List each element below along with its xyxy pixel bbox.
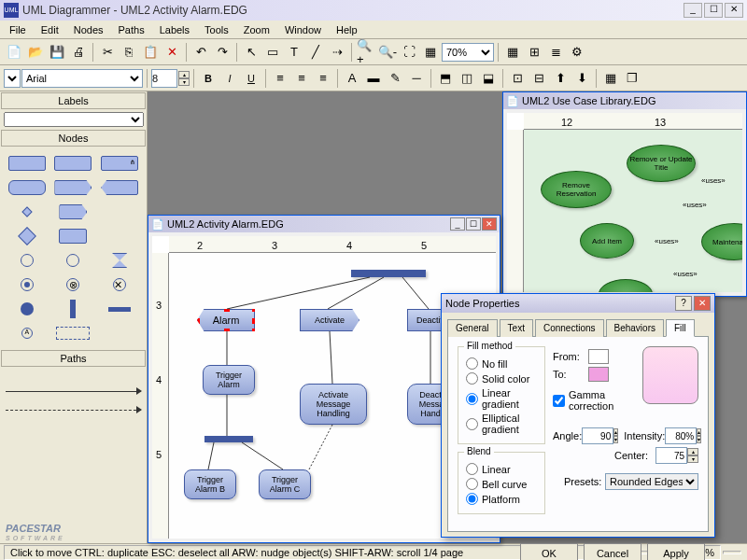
- close-button[interactable]: ✕: [725, 3, 743, 18]
- minimize-button[interactable]: _: [684, 3, 702, 18]
- tab-text[interactable]: Text: [500, 319, 533, 337]
- tile-button[interactable]: ▦: [600, 68, 621, 89]
- node-trigger-c[interactable]: Trigger Alarm C: [259, 469, 311, 499]
- radio-solid[interactable]: [466, 372, 478, 385]
- from-color-swatch[interactable]: [588, 349, 609, 364]
- shape-target[interactable]: ⊗: [52, 274, 95, 295]
- tab-connections[interactable]: Connections: [535, 319, 604, 337]
- doc-close-button[interactable]: ✕: [482, 217, 497, 231]
- menu-edit[interactable]: Edit: [34, 22, 66, 37]
- cut-button[interactable]: ✂: [97, 42, 118, 63]
- radio-linear[interactable]: [466, 393, 478, 405]
- shape-circle2[interactable]: [52, 250, 95, 271]
- shape-flag[interactable]: [52, 202, 95, 222]
- cancel-button[interactable]: Cancel: [584, 543, 641, 560]
- italic-button[interactable]: I: [219, 68, 240, 89]
- nodes-header[interactable]: Nodes: [1, 130, 146, 147]
- line-color-button[interactable]: ✎: [385, 68, 405, 89]
- node-trigger-b[interactable]: Trigger Alarm B: [184, 469, 236, 499]
- intensity-up[interactable]: ▴: [697, 428, 701, 436]
- tab-general[interactable]: General: [447, 319, 498, 337]
- node-activate[interactable]: Activate: [300, 309, 359, 331]
- valign-top-button[interactable]: ⬒: [435, 68, 456, 89]
- shape-rect[interactable]: [6, 153, 49, 174]
- radio-bell[interactable]: [466, 478, 478, 490]
- usecase-maintenance[interactable]: Maintenance: [701, 223, 742, 260]
- apply-button[interactable]: Apply: [647, 543, 705, 560]
- shape-signal[interactable]: [52, 177, 95, 198]
- ok-button[interactable]: OK: [520, 543, 578, 560]
- zoom-in-button[interactable]: 🔍+: [356, 42, 376, 63]
- fill-color-button[interactable]: ▬: [363, 68, 384, 89]
- gamma-checkbox[interactable]: [553, 395, 565, 407]
- font-select[interactable]: Arial: [21, 69, 143, 88]
- back-button[interactable]: ⬇: [571, 68, 592, 89]
- menu-help[interactable]: Help: [329, 22, 365, 37]
- node-handle[interactable]: Activate Message Handling: [300, 384, 367, 425]
- menu-paths[interactable]: Paths: [111, 22, 152, 37]
- zoom-select[interactable]: 70%: [442, 43, 494, 62]
- menu-file[interactable]: File: [2, 22, 34, 37]
- text-tool[interactable]: T: [284, 42, 304, 63]
- new-button[interactable]: 📄: [4, 42, 24, 63]
- zoom-out-button[interactable]: 🔍-: [377, 42, 398, 63]
- shape-actor[interactable]: A: [6, 323, 49, 343]
- shape-initial[interactable]: [6, 299, 49, 319]
- snap-button[interactable]: ⊞: [524, 42, 544, 63]
- undo-button[interactable]: ↶: [190, 42, 211, 63]
- pointer-tool[interactable]: ↖: [241, 42, 261, 63]
- menu-nodes[interactable]: Nodes: [66, 22, 111, 37]
- labels-header[interactable]: Labels: [1, 92, 146, 109]
- redo-button[interactable]: ↷: [212, 42, 233, 63]
- menu-window[interactable]: Window: [277, 22, 329, 37]
- shape-diamond[interactable]: [6, 226, 49, 246]
- radio-no-fill[interactable]: [466, 357, 478, 370]
- path-dashed[interactable]: [6, 398, 141, 411]
- align-left-button[interactable]: ≡: [270, 68, 290, 89]
- underline-button[interactable]: U: [241, 68, 261, 89]
- font-size-input[interactable]: [151, 69, 177, 88]
- grid-button[interactable]: ▦: [502, 42, 523, 63]
- cascade-button[interactable]: ❐: [622, 68, 642, 89]
- save-button[interactable]: 💾: [47, 42, 67, 63]
- dialog-help-button[interactable]: ?: [675, 296, 692, 311]
- node-alarm[interactable]: Alarm: [197, 309, 255, 331]
- center-input[interactable]: [655, 447, 687, 464]
- valign-middle-button[interactable]: ◫: [457, 68, 477, 89]
- paste-button[interactable]: 📋: [140, 42, 161, 63]
- shape-dashed[interactable]: [52, 323, 95, 343]
- labels-select[interactable]: [4, 112, 144, 127]
- node-fork-bar[interactable]: [351, 270, 426, 277]
- line-tool[interactable]: ╱: [305, 42, 326, 63]
- angle-input[interactable]: [582, 427, 613, 444]
- menu-zoom[interactable]: Zoom: [236, 22, 277, 37]
- select-tool[interactable]: ▭: [262, 42, 283, 63]
- tab-fill[interactable]: Fill: [666, 319, 695, 337]
- copy-button[interactable]: ⎘: [119, 42, 139, 63]
- paths-header[interactable]: Paths: [1, 350, 146, 367]
- node-properties-dialog[interactable]: Node Properties ? ✕ General Text Connect…: [441, 293, 715, 538]
- delete-button[interactable]: ✕: [162, 42, 182, 63]
- print-button[interactable]: 🖨: [68, 42, 89, 63]
- angle-down[interactable]: ▾: [613, 436, 618, 443]
- usecase-add-item[interactable]: Add Item: [580, 223, 634, 259]
- front-button[interactable]: ⬆: [550, 68, 571, 89]
- align-right-button[interactable]: ≡: [313, 68, 333, 89]
- center-down[interactable]: ▾: [687, 455, 698, 463]
- doc-min-button[interactable]: _: [450, 217, 465, 231]
- tab-behaviors[interactable]: Behaviors: [606, 319, 664, 337]
- usecase-remove-res[interactable]: Remove Reservation: [541, 171, 612, 208]
- maximize-button[interactable]: ☐: [704, 3, 723, 18]
- ungroup-button[interactable]: ⊟: [529, 68, 549, 89]
- usecase-update-title[interactable]: Remove or Update Title: [627, 145, 696, 182]
- layers-button[interactable]: ≣: [545, 42, 566, 63]
- dialog-close-button[interactable]: ✕: [694, 296, 711, 311]
- shape-accept[interactable]: [98, 177, 141, 198]
- to-color-swatch[interactable]: [588, 367, 609, 382]
- size-up[interactable]: ▴: [178, 71, 190, 78]
- bold-button[interactable]: B: [198, 68, 218, 89]
- intensity-input[interactable]: [665, 427, 697, 444]
- shape-rounded[interactable]: [6, 177, 49, 198]
- size-down[interactable]: ▾: [178, 78, 190, 86]
- zoom-fit-button[interactable]: ⛶: [399, 42, 419, 63]
